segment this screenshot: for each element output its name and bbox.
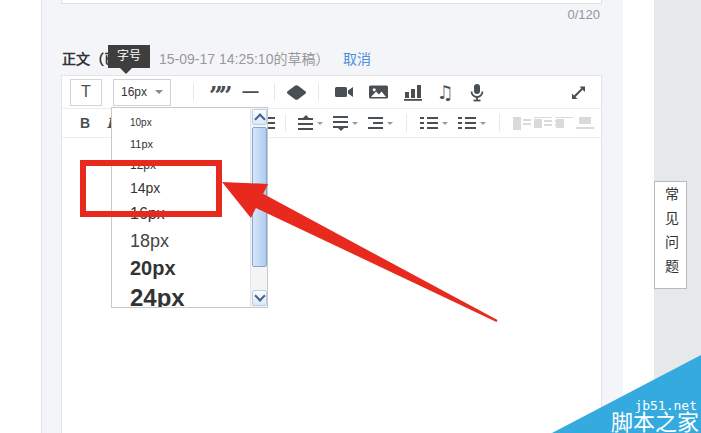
draft-saved-text: 15-09-17 14:25:10的草稿） (159, 48, 329, 68)
font-size-option-10px[interactable]: 10px (112, 112, 250, 133)
eraser-icon[interactable] (290, 86, 303, 99)
text-format-button[interactable]: T (70, 79, 102, 106)
toolbar-separator (499, 114, 500, 132)
horizontal-rule-icon[interactable]: — (243, 83, 259, 101)
scrollbar-grip (256, 194, 264, 202)
blockquote-icon[interactable]: ”” (209, 91, 229, 101)
scrollbar-thumb[interactable] (252, 127, 267, 267)
img-inline-right-icon (555, 117, 564, 130)
bold-button[interactable]: B (80, 115, 90, 131)
font-size-option-24px[interactable]: 24px (112, 282, 250, 308)
font-size-value: 16px (121, 85, 147, 99)
img-inline-left-icon (534, 117, 543, 130)
annotation-highlight-box (80, 160, 222, 217)
watermark: jb51.net 脚本之家 (541, 353, 701, 433)
cancel-link[interactable]: 取消 (343, 48, 371, 68)
chevron-down-icon (317, 122, 323, 128)
toolbar-separator (406, 114, 407, 132)
chevron-down-icon (442, 122, 448, 128)
font-size-option-11px[interactable]: 11px (112, 133, 250, 154)
line-height-up-icon[interactable] (298, 116, 323, 130)
faq-button[interactable]: 常见问题 (654, 181, 687, 289)
font-size-option-20px[interactable]: 20px (112, 254, 250, 282)
chevron-down-icon (480, 122, 486, 128)
fullscreen-icon[interactable] (570, 84, 587, 101)
dropdown-scrollbar[interactable] (250, 108, 267, 307)
faq-label: 常见问题 (654, 187, 687, 283)
chevron-down-icon (387, 122, 393, 128)
music-icon[interactable]: ♫ (437, 83, 454, 102)
scroll-up-button[interactable] (252, 109, 267, 125)
toolbar-separator (274, 83, 275, 101)
scroll-down-button[interactable] (252, 290, 267, 306)
chevron-down-icon (155, 90, 163, 98)
img-float-left-icon (513, 117, 522, 130)
chevron-down-icon (254, 290, 265, 301)
char-counter: 0/120 (480, 7, 600, 22)
indent-icon[interactable] (368, 117, 393, 129)
title-input[interactable] (61, 0, 602, 4)
chart-icon[interactable] (403, 83, 423, 101)
unordered-list-icon[interactable] (458, 117, 486, 129)
toolbar-separator (285, 114, 286, 132)
chevron-down-icon (352, 122, 358, 128)
font-size-select[interactable]: 16px (113, 79, 171, 106)
watermark-name: 脚本之家 (611, 410, 699, 433)
line-height-down-icon[interactable] (333, 116, 358, 130)
video-icon[interactable] (334, 83, 354, 101)
microphone-icon[interactable] (468, 83, 486, 102)
toolbar-separator (193, 83, 194, 101)
img-float-right-icon (576, 117, 585, 130)
chevron-up-icon (254, 113, 265, 124)
image-icon[interactable] (368, 83, 389, 101)
toolbar-separator (318, 83, 319, 101)
font-size-tooltip: 字号 (108, 45, 150, 68)
font-size-option-18px[interactable]: 18px (112, 228, 250, 254)
eraser-shape (286, 84, 307, 100)
toolbar-row-1: T 16px ”” — ♫ (62, 76, 601, 109)
ordered-list-icon[interactable] (420, 117, 448, 129)
